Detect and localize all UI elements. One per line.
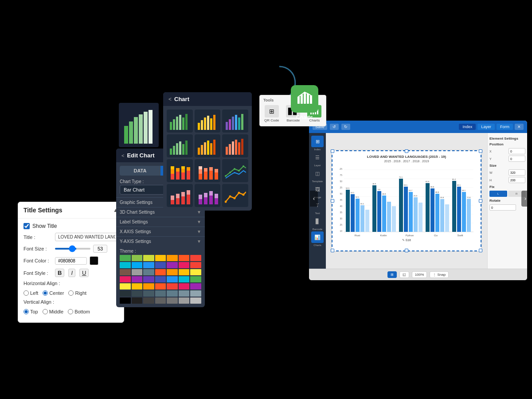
edit-chart-back-icon[interactable]: < bbox=[121, 153, 124, 158]
theme-swatch[interactable] bbox=[155, 262, 166, 268]
undo-button[interactable]: ↺ bbox=[330, 124, 339, 130]
sidebar-template-icon[interactable]: ◫ bbox=[311, 168, 324, 179]
theme-swatch[interactable] bbox=[120, 262, 131, 268]
tab-layer[interactable]: Layer bbox=[477, 124, 495, 130]
handle-bl[interactable] bbox=[331, 249, 334, 252]
theme-swatch[interactable] bbox=[190, 276, 201, 282]
handle-mr[interactable] bbox=[479, 199, 482, 203]
theme-swatch[interactable] bbox=[190, 283, 201, 289]
charts-icon-box[interactable] bbox=[291, 85, 318, 113]
theme-swatch[interactable] bbox=[143, 255, 154, 261]
theme-swatch[interactable] bbox=[132, 269, 143, 275]
theme-swatch[interactable] bbox=[190, 262, 201, 268]
bottom-preview-btn[interactable]: ◱ bbox=[399, 271, 409, 278]
theme-swatch[interactable] bbox=[143, 283, 154, 289]
theme-swatch[interactable] bbox=[167, 283, 178, 289]
editor-close-btn[interactable]: ✕ bbox=[515, 124, 524, 130]
chart-thumb-1[interactable] bbox=[167, 110, 193, 133]
tab-data[interactable]: DATA bbox=[120, 166, 160, 176]
v-align-top[interactable]: Top bbox=[23, 309, 38, 314]
v-align-middle[interactable]: Middle bbox=[43, 309, 63, 314]
theme-swatch[interactable] bbox=[155, 297, 166, 304]
chart-thumb-11[interactable] bbox=[195, 184, 221, 207]
chart-thumb-7[interactable] bbox=[167, 159, 193, 182]
chart-thumb-10[interactable] bbox=[167, 184, 193, 207]
theme-swatch[interactable] bbox=[132, 262, 143, 268]
theme-swatch[interactable] bbox=[190, 297, 201, 304]
theme-swatch[interactable] bbox=[120, 290, 131, 297]
theme-swatch[interactable] bbox=[190, 269, 201, 275]
sidebar-index-icon[interactable]: ⊞ bbox=[311, 136, 324, 147]
theme-swatch[interactable] bbox=[132, 297, 143, 304]
theme-swatch[interactable] bbox=[179, 262, 190, 268]
bold-button[interactable]: B bbox=[55, 269, 64, 277]
chart-thumb-9[interactable] bbox=[222, 159, 248, 182]
bottom-zoom-btn[interactable]: 100% bbox=[412, 271, 427, 278]
theme-swatch[interactable] bbox=[143, 297, 154, 304]
theme-swatch[interactable] bbox=[167, 297, 178, 304]
main-chart-container[interactable]: LOVED AND WANTED LANGUAGES (2015 - 19) 2… bbox=[331, 150, 482, 252]
tab-form[interactable]: Form bbox=[497, 124, 513, 130]
tool-qrcode[interactable]: ⊞ QR Code bbox=[262, 103, 282, 124]
theme-swatch[interactable] bbox=[132, 283, 143, 289]
redo-button[interactable]: ↻ bbox=[341, 124, 350, 130]
theme-swatch[interactable] bbox=[179, 297, 190, 304]
editor-right-nav[interactable]: › bbox=[521, 191, 529, 207]
font-color-swatch[interactable] bbox=[90, 256, 98, 265]
chart-thumb-8[interactable] bbox=[195, 159, 221, 182]
theme-swatch[interactable] bbox=[167, 276, 178, 282]
theme-swatch[interactable] bbox=[120, 269, 131, 275]
font-color-input[interactable] bbox=[55, 257, 87, 265]
theme-swatch[interactable] bbox=[190, 290, 201, 297]
theme-swatch[interactable] bbox=[190, 255, 201, 261]
theme-swatch[interactable] bbox=[167, 255, 178, 261]
theme-swatch[interactable] bbox=[155, 276, 166, 282]
rp-y-input[interactable] bbox=[509, 156, 525, 162]
theme-swatch[interactable] bbox=[167, 269, 178, 275]
charts-icon-widget[interactable]: Charts bbox=[291, 85, 318, 121]
theme-swatch[interactable] bbox=[155, 290, 166, 297]
theme-swatch[interactable] bbox=[120, 276, 131, 282]
italic-button[interactable]: I bbox=[68, 269, 75, 277]
label-settings-item[interactable]: Label Settings ▼ bbox=[116, 217, 205, 227]
theme-swatch[interactable] bbox=[143, 276, 154, 282]
theme-swatch[interactable] bbox=[143, 262, 154, 268]
chart-thumb-4[interactable] bbox=[167, 134, 193, 157]
theme-swatch[interactable] bbox=[120, 297, 131, 304]
theme-swatch[interactable] bbox=[167, 262, 178, 268]
rp-fix-l[interactable]: L bbox=[489, 191, 507, 197]
chart-thumb-12[interactable] bbox=[222, 184, 248, 207]
theme-swatch[interactable] bbox=[179, 269, 190, 275]
font-size-slider[interactable] bbox=[55, 248, 90, 250]
chart-edit-link[interactable]: ✎ Edit bbox=[336, 239, 477, 242]
theme-swatch[interactable] bbox=[120, 283, 131, 289]
yaxis-settings-item[interactable]: Y-AXIS Settings ▼ bbox=[116, 236, 205, 246]
handle-ml[interactable] bbox=[331, 199, 334, 203]
bottom-grid-btn[interactable]: ⊞ bbox=[387, 271, 397, 278]
rp-x-input[interactable] bbox=[509, 148, 525, 154]
chart-thumb-6[interactable] bbox=[222, 134, 248, 157]
rp-w-input[interactable] bbox=[509, 169, 525, 176]
handle-tm[interactable] bbox=[405, 149, 408, 153]
theme-swatch[interactable] bbox=[132, 276, 143, 282]
h-align-center[interactable]: Center bbox=[43, 290, 64, 296]
h-align-left[interactable]: Left bbox=[23, 290, 38, 296]
theme-swatch[interactable] bbox=[155, 283, 166, 289]
theme-swatch[interactable] bbox=[179, 283, 190, 289]
handle-tr[interactable] bbox=[479, 149, 482, 153]
sidebar-barcode-icon[interactable]: ▊ bbox=[311, 215, 324, 227]
show-title-checkbox[interactable] bbox=[23, 223, 30, 229]
theme-swatch[interactable] bbox=[132, 255, 143, 261]
title-input[interactable] bbox=[55, 233, 118, 241]
editor-left-nav[interactable]: ‹ bbox=[310, 191, 318, 207]
rp-h-input[interactable] bbox=[509, 177, 525, 183]
chart-thumb-3[interactable] bbox=[222, 110, 248, 133]
theme-swatch[interactable] bbox=[155, 255, 166, 261]
chart-picker-back-icon[interactable]: < bbox=[168, 96, 172, 102]
tab-index[interactable]: Index bbox=[459, 124, 476, 130]
theme-swatch[interactable] bbox=[179, 255, 190, 261]
handle-br[interactable] bbox=[479, 249, 482, 252]
theme-swatch[interactable] bbox=[132, 290, 143, 297]
sidebar-charts-icon[interactable]: 📊 bbox=[311, 231, 324, 243]
chart-thumb-2[interactable] bbox=[195, 110, 221, 133]
